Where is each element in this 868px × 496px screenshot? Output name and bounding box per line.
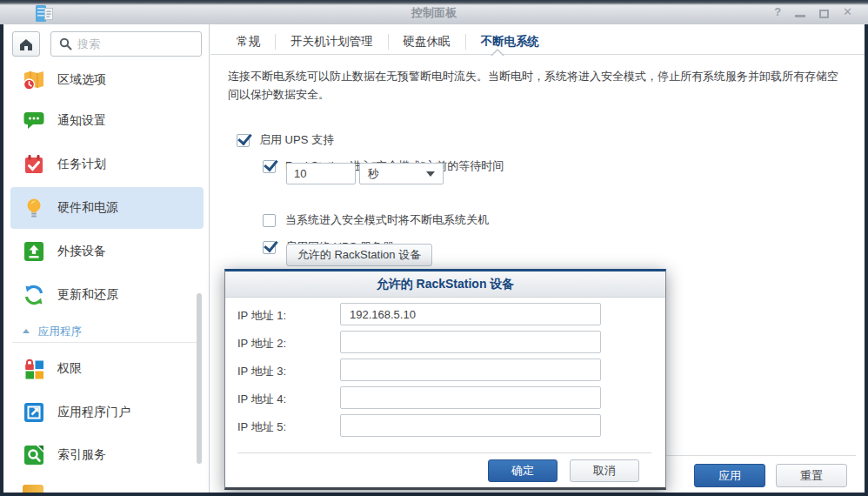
dialog-title: 允许的 RackStation 设备 bbox=[377, 277, 515, 292]
dialog-header: 允许的 RackStation 设备 bbox=[225, 271, 665, 298]
dialog-body: IP 地址 1: IP 地址 2: IP 地址 3: IP 地址 4: IP 地… bbox=[225, 298, 665, 488]
sidebar-scrollbar-thumb[interactable] bbox=[197, 293, 202, 464]
sidebar-item-partial[interactable] bbox=[23, 485, 43, 493]
sidebar-item-hardware-power[interactable]: 硬件和电源 bbox=[10, 187, 204, 229]
titlebar: 控制面板 ? ✕ bbox=[0, 0, 868, 24]
ok-button[interactable]: 确定 bbox=[488, 459, 558, 482]
home-icon bbox=[18, 37, 34, 51]
search-icon bbox=[59, 37, 72, 50]
tab-ups[interactable]: 不断电系统 bbox=[479, 34, 542, 50]
maximize-icon[interactable] bbox=[819, 7, 829, 18]
ip-address-2-input[interactable] bbox=[340, 331, 601, 353]
dialog-footer: 确定 取消 bbox=[488, 459, 639, 482]
network-ups-checkbox[interactable] bbox=[263, 241, 276, 254]
eject-device-icon bbox=[23, 240, 45, 263]
permissions-lock-grid-icon bbox=[23, 358, 45, 380]
shutdown-ups-checkbox[interactable] bbox=[263, 214, 276, 227]
home-button[interactable] bbox=[12, 31, 40, 57]
tab-power-schedule[interactable]: 开关机计划管理 bbox=[289, 34, 375, 50]
shutdown-ups-row: 当系统进入安全模式时将不断电系统关机 bbox=[263, 212, 489, 228]
tab-underline bbox=[210, 54, 865, 55]
reset-button[interactable]: 重置 bbox=[776, 464, 847, 487]
dialog-separator bbox=[237, 452, 651, 453]
wait-seconds-input[interactable] bbox=[286, 163, 356, 184]
ip-address-row: IP 地址 2: bbox=[225, 331, 665, 353]
map-clock-icon bbox=[23, 69, 45, 91]
sidebar-item-application-portal[interactable]: 应用程序门户 bbox=[10, 392, 204, 433]
ip-address-row: IP 地址 5: bbox=[225, 414, 665, 437]
sidebar-item-task-scheduler[interactable]: 任务计划 bbox=[10, 144, 204, 185]
ip-address-row: IP 地址 3: bbox=[225, 359, 665, 381]
search-box bbox=[50, 31, 202, 57]
chevron-down-icon bbox=[426, 171, 435, 181]
chat-bubble-icon bbox=[23, 110, 45, 132]
ip-address-5-input[interactable] bbox=[340, 414, 601, 437]
sidebar-item-external-devices[interactable]: 外接设备 bbox=[10, 231, 204, 272]
lightbulb-icon bbox=[23, 197, 45, 219]
time-unit-select[interactable]: 秒 bbox=[359, 163, 444, 184]
control-panel-window: 控制面板 ? ✕ bbox=[0, 0, 868, 496]
sidebar-section-divider bbox=[12, 342, 199, 343]
tab-general[interactable]: 常规 bbox=[235, 34, 262, 50]
ip-address-3-input[interactable] bbox=[340, 359, 601, 381]
ip-address-row: IP 地址 1: bbox=[225, 303, 665, 325]
tab-separator bbox=[465, 34, 466, 50]
window-controls: ? ✕ bbox=[774, 5, 852, 19]
allowed-devices-button[interactable]: 允许的 RackStation 设备 bbox=[286, 244, 432, 266]
wait-time-checkbox[interactable] bbox=[263, 160, 276, 173]
sidebar-item-notification-settings[interactable]: 通知设置 bbox=[10, 100, 204, 142]
sidebar-item-regional-options[interactable]: 区域选项 bbox=[10, 59, 204, 101]
sidebar-item-indexing-service[interactable]: 索引服务 bbox=[10, 434, 204, 476]
minimize-icon[interactable] bbox=[795, 7, 805, 17]
cancel-button[interactable]: 取消 bbox=[570, 459, 639, 482]
portal-arrow-icon bbox=[23, 401, 45, 424]
sidebar-section-applications[interactable]: 应用程序 bbox=[23, 321, 82, 342]
window-title: 控制面板 bbox=[0, 5, 868, 21]
sync-arrows-icon bbox=[23, 284, 45, 306]
ip-address-4-input[interactable] bbox=[340, 386, 601, 409]
allowed-rackstation-dialog: 允许的 RackStation 设备 IP 地址 1: IP 地址 2: IP … bbox=[224, 269, 666, 490]
ups-description: 连接不断电系统可以防止数据在无预警断电时流失。当断电时，系统将进入安全模式，停止… bbox=[228, 67, 849, 104]
sidebar-item-update-restore[interactable]: 更新和还原 bbox=[10, 274, 204, 316]
sidebar: 区域选项 通知设置 bbox=[3, 24, 210, 493]
ip-address-1-input[interactable] bbox=[340, 303, 601, 325]
calendar-check-icon bbox=[23, 153, 45, 176]
tab-separator bbox=[388, 34, 389, 50]
tab-hdd-hibernation[interactable]: 硬盘休眠 bbox=[402, 34, 452, 50]
apply-button[interactable]: 应用 bbox=[694, 464, 765, 487]
help-icon[interactable]: ? bbox=[774, 5, 781, 19]
enable-ups-row: 启用 UPS 支持 bbox=[237, 132, 334, 148]
enable-ups-checkbox[interactable] bbox=[237, 134, 250, 147]
close-icon[interactable]: ✕ bbox=[843, 5, 852, 19]
chevron-up-icon bbox=[23, 325, 30, 333]
ip-address-row: IP 地址 4: bbox=[225, 386, 665, 409]
index-search-icon bbox=[23, 444, 45, 466]
tab-separator bbox=[275, 34, 276, 50]
sidebar-item-privileges[interactable]: 权限 bbox=[10, 348, 204, 390]
search-input[interactable] bbox=[77, 37, 201, 50]
